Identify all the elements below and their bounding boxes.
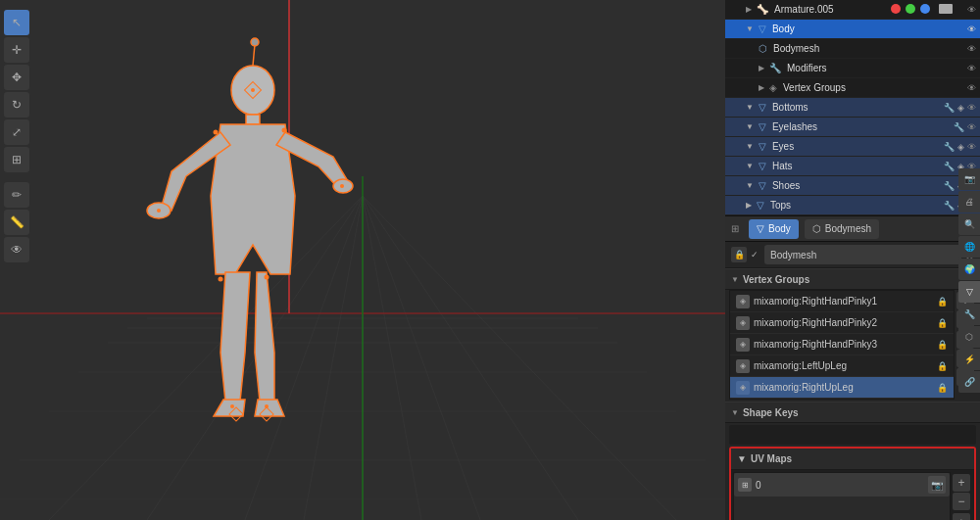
armature-icon: 🦴 bbox=[757, 4, 768, 15]
eye-icon-eyelashes[interactable]: 👁 bbox=[967, 122, 976, 132]
eye-icon-modifiers[interactable]: 👁 bbox=[967, 64, 976, 73]
outliner-item-eyelashes[interactable]: ▼ ▽ Eyelashes 🔧 👁 bbox=[725, 118, 980, 137]
measure-tool[interactable]: 📏 bbox=[4, 210, 29, 235]
eyelashes-icons: 🔧 bbox=[954, 122, 964, 132]
eye-icon-vertgroups[interactable]: 👁 bbox=[967, 83, 976, 93]
modifiers-icon: 🔧 bbox=[769, 63, 781, 73]
uv-item-label-0: 0 bbox=[756, 480, 924, 491]
expand-arrow-armature: ▶ bbox=[746, 5, 752, 14]
annotate-tool[interactable]: ✏ bbox=[4, 182, 29, 208]
eye-icon-bottoms[interactable]: 👁 bbox=[967, 103, 976, 113]
outliner-item-tops[interactable]: ▶ ▽ Tops 🔧 ◈ 👁 bbox=[725, 196, 980, 215]
uv-camera-btn[interactable]: 📷 bbox=[928, 476, 946, 494]
vgroup-item-4[interactable]: ◈ mixamorig:RightUpLeg 🔒 bbox=[730, 377, 954, 399]
expand-arrow-bottoms: ▼ bbox=[746, 103, 754, 112]
prop-tab-physics[interactable]: ⚡ bbox=[958, 349, 980, 370]
select-tool[interactable]: ↖ bbox=[4, 10, 29, 35]
shape-keys-empty bbox=[729, 425, 976, 445]
vgroup-icon-2: ◈ bbox=[736, 338, 750, 352]
vgroup-label-1: mixamorig:RightHandPinky2 bbox=[754, 317, 877, 328]
outliner-item-bodymesh[interactable]: ⬡ Bodymesh 👁 bbox=[725, 39, 980, 59]
outliner-item-hats[interactable]: ▼ ▽ Hats 🔧 ◈ 👁 bbox=[725, 157, 980, 176]
prop-tab-particles[interactable]: ⬡ bbox=[958, 326, 980, 348]
vgroup-label-4: mixamorig:RightUpLeg bbox=[754, 382, 854, 393]
prop-tab-object[interactable]: ▽ bbox=[958, 281, 980, 303]
vgroup-item-0[interactable]: ◈ mixamorig:RightHandPinky1 🔒 bbox=[730, 291, 954, 312]
cursor-tool[interactable]: ✛ bbox=[4, 37, 29, 63]
outliner-item-bottoms[interactable]: ▼ ▽ Bottoms 🔧 ◈ 👁 bbox=[725, 98, 980, 118]
eye-icon-armature[interactable]: 👁 bbox=[967, 5, 976, 15]
context-btn-body[interactable]: ▽ Body bbox=[749, 219, 799, 239]
outliner-item-body[interactable]: ▼ ▽ Body 👁 bbox=[725, 20, 980, 39]
rotate-tool[interactable]: ↻ bbox=[4, 92, 29, 118]
tops-icon: ▽ bbox=[757, 200, 764, 211]
outliner-item-vertgroups[interactable]: ▶ ◈ Vertex Groups 👁 bbox=[725, 78, 980, 98]
uv-maps-list-container: ⊞ 0 📷 + − ▲ ▼ bbox=[731, 470, 974, 520]
uv-add-btn[interactable]: + bbox=[953, 474, 970, 492]
transform-tool[interactable]: ⊞ bbox=[4, 147, 29, 172]
uv-up-btn[interactable]: ▲ bbox=[953, 513, 970, 520]
mesh-lock-icon[interactable]: 🔒 bbox=[731, 247, 747, 262]
outliner-item-modifiers[interactable]: ▶ 🔧 Modifiers 👁 bbox=[725, 59, 980, 78]
outliner-label-hats: Hats bbox=[772, 161, 940, 171]
outliner-label-body: Body bbox=[772, 24, 964, 34]
viewport-grid bbox=[0, 0, 725, 520]
context-btn-bodymesh[interactable]: ⬡ Bodymesh bbox=[805, 219, 879, 239]
body-btn-label: Body bbox=[768, 223, 791, 234]
eye-icon-body[interactable]: 👁 bbox=[967, 24, 976, 34]
mesh-row: 🔒 ✓ Bodymesh ⬡ bbox=[725, 242, 980, 268]
prop-tab-render[interactable]: 📷 bbox=[958, 168, 980, 190]
eye-icon-bodymesh[interactable]: 👁 bbox=[967, 44, 976, 54]
prop-tab-modifier[interactable]: 🔧 bbox=[958, 304, 980, 325]
expand-arrow-eyelashes: ▼ bbox=[746, 122, 754, 131]
add-tool[interactable]: 👁 bbox=[4, 237, 29, 262]
sk-title: Shape Keys bbox=[743, 407, 799, 418]
expand-arrow-body: ▼ bbox=[746, 24, 754, 33]
outliner-item-shoes[interactable]: ▼ ▽ Shoes 🔧 ◈ 👁 bbox=[725, 176, 980, 196]
mesh-dropdown[interactable]: Bodymesh bbox=[764, 245, 961, 264]
scale-tool[interactable]: ⤢ bbox=[4, 119, 29, 145]
vgroup-label-0: mixamorig:RightHandPinky1 bbox=[754, 296, 877, 307]
body-btn-icon: ▽ bbox=[757, 223, 764, 234]
viewport[interactable]: ↖ ✛ ✥ ↻ ⤢ ⊞ ✏ 📏 👁 bbox=[0, 0, 725, 520]
outliner-label-vertgroups: Vertex Groups bbox=[783, 82, 964, 93]
vg-expand-arrow: ▼ bbox=[731, 275, 739, 284]
dot-red bbox=[891, 4, 901, 14]
outliner-label-eyes: Eyes bbox=[772, 141, 940, 152]
uv-remove-btn[interactable]: − bbox=[953, 493, 970, 510]
uv-item-icon-0: ⊞ bbox=[738, 478, 752, 492]
svg-point-34 bbox=[230, 404, 234, 408]
prop-tab-scene[interactable]: 🌐 bbox=[958, 236, 980, 258]
svg-point-29 bbox=[282, 128, 287, 133]
outliner-label-tops: Tops bbox=[770, 200, 939, 211]
shoes-icon: ▽ bbox=[759, 180, 766, 191]
uv-maps-header[interactable]: ▼ UV Maps bbox=[731, 449, 974, 470]
vgroup-item-1[interactable]: ◈ mixamorig:RightHandPinky2 🔒 bbox=[730, 312, 954, 334]
context-icon: ⊞ bbox=[731, 223, 739, 234]
prop-tab-output[interactable]: 🖨 bbox=[958, 191, 980, 213]
shape-keys-header[interactable]: ▼ Shape Keys bbox=[725, 402, 980, 423]
vgroup-lock-4: 🔒 bbox=[937, 383, 948, 393]
vgroup-item-3[interactable]: ◈ mixamorig:LeftUpLeg 🔒 bbox=[730, 355, 954, 377]
bodymesh-btn-label: Bodymesh bbox=[825, 223, 871, 234]
uv-item-0[interactable]: ⊞ 0 📷 bbox=[734, 473, 950, 496]
move-tool[interactable]: ✥ bbox=[4, 65, 29, 90]
context-bar: ⊞ ▽ Body ⬡ Bodymesh × bbox=[725, 216, 980, 242]
prop-tab-world[interactable]: 🌍 bbox=[958, 259, 980, 280]
eye-icon-eyes[interactable]: 👁 bbox=[967, 142, 976, 152]
uv-maps-list: ⊞ 0 📷 bbox=[733, 472, 951, 520]
bottoms-icons: 🔧 ◈ bbox=[944, 103, 964, 113]
outliner-label-shoes: Shoes bbox=[772, 180, 940, 191]
vertex-groups-list-container: ◈ mixamorig:RightHandPinky1 🔒 ◈ mixamori… bbox=[729, 290, 976, 400]
svg-point-27 bbox=[251, 88, 255, 92]
bottoms-icon: ▽ bbox=[759, 102, 766, 113]
outliner-item-eyes[interactable]: ▼ ▽ Eyes 🔧 ◈ 👁 bbox=[725, 137, 980, 157]
prop-tab-constraint[interactable]: 🔗 bbox=[958, 371, 980, 393]
prop-tab-view[interactable]: 🔍 bbox=[958, 213, 980, 235]
vertex-groups-header[interactable]: ▼ Vertex Groups bbox=[725, 268, 980, 290]
vgroup-lock-2: 🔒 bbox=[937, 340, 948, 350]
vgroup-item-2[interactable]: ◈ mixamorig:RightHandPinky3 🔒 bbox=[730, 334, 954, 355]
outliner-label-eyelashes: Eyelashes bbox=[772, 121, 949, 132]
uv-title: UV Maps bbox=[751, 453, 792, 464]
svg-point-30 bbox=[157, 209, 161, 213]
